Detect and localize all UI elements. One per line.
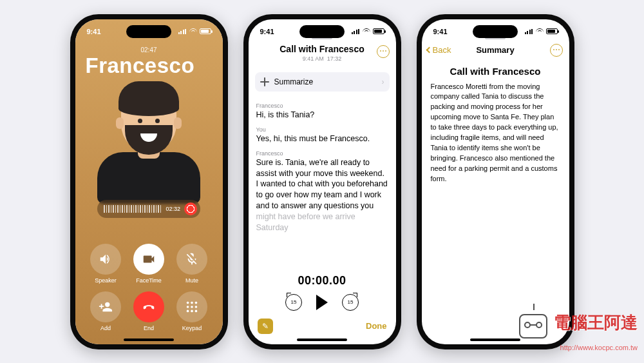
note-icon: ✎ xyxy=(262,322,269,331)
speaker-label: Francesco xyxy=(256,102,388,110)
skip-back-15-button[interactable]: 15 xyxy=(285,294,302,311)
svg-point-5 xyxy=(195,306,198,308)
battery-icon xyxy=(200,28,211,34)
add-label: Add xyxy=(100,325,111,331)
svg-point-8 xyxy=(195,309,198,312)
wifi-icon xyxy=(536,28,544,34)
transcript-line: Hi, is this Tania? xyxy=(256,110,388,121)
battery-icon xyxy=(373,28,384,34)
svg-point-7 xyxy=(191,309,193,312)
phone-transcript-screen: 9:41 Call with Francesco 9:41 AM 17:32 ⋯… xyxy=(243,14,401,349)
end-label: End xyxy=(144,325,154,331)
video-icon xyxy=(142,252,156,266)
speaker-label: Francesco xyxy=(256,150,388,157)
speaker-icon xyxy=(99,252,113,266)
keypad-button[interactable]: Keypad xyxy=(176,291,207,331)
sparkle-icon xyxy=(260,77,269,86)
status-time: 9:41 xyxy=(433,28,448,35)
svg-point-3 xyxy=(187,306,189,308)
playback-time: 00:00.00 xyxy=(298,274,346,288)
speaker-label: You xyxy=(256,126,388,133)
end-call-icon xyxy=(142,300,156,314)
home-indicator[interactable] xyxy=(297,338,347,341)
mute-button[interactable]: Mute xyxy=(176,244,207,284)
recording-pill[interactable]: 02:32 xyxy=(97,200,200,218)
dynamic-island xyxy=(473,25,518,38)
phone-call-screen: 9:41 02:47 Francesco 02:32 xyxy=(70,14,228,349)
summarize-label: Summarize xyxy=(274,77,314,86)
contact-name: Francesco xyxy=(86,55,213,76)
transcript-line: Sure is. Tania, we're all ready to assis… xyxy=(256,157,388,211)
svg-point-0 xyxy=(187,301,189,304)
back-button[interactable]: Back xyxy=(427,45,451,55)
speaker-button[interactable]: Speaker xyxy=(90,244,121,284)
dynamic-island xyxy=(126,25,171,38)
summary-title: Call with Francesco xyxy=(431,66,560,77)
signal-icon xyxy=(178,29,187,34)
svg-point-2 xyxy=(195,301,198,304)
facetime-label: FaceTime xyxy=(136,277,162,284)
phone-summary-screen: 9:41 Back Summary ⋯ Call with Francesco … xyxy=(417,14,574,349)
ellipsis-icon: ⋯ xyxy=(553,45,560,54)
end-call-button[interactable]: End xyxy=(133,291,164,331)
home-indicator[interactable] xyxy=(470,338,520,341)
contact-poster-memoji xyxy=(94,75,204,204)
recording-time: 02:32 xyxy=(166,206,180,212)
note-meta: 9:41 AM 17:32 xyxy=(256,55,388,62)
status-time: 9:41 xyxy=(87,28,101,35)
svg-point-1 xyxy=(191,301,193,304)
mute-icon xyxy=(185,252,199,266)
note-title: Call with Francesco xyxy=(256,44,388,54)
more-button[interactable]: ⋯ xyxy=(377,45,390,58)
play-button[interactable] xyxy=(316,295,328,310)
chevron-left-icon xyxy=(426,46,432,53)
skip-forward-15-button[interactable]: 15 xyxy=(342,294,359,311)
signal-icon xyxy=(352,29,360,34)
done-button[interactable]: Done xyxy=(366,321,387,331)
chevron-right-icon: › xyxy=(382,77,384,86)
wifi-icon xyxy=(189,28,197,34)
battery-icon xyxy=(546,28,558,34)
call-duration: 02:47 xyxy=(86,46,213,54)
notes-app-icon-button[interactable]: ✎ xyxy=(258,319,273,334)
add-call-button[interactable]: Add xyxy=(90,291,121,331)
home-indicator[interactable] xyxy=(124,338,174,341)
transcript-line-faded: might have before we arrive Saturday xyxy=(256,211,388,233)
record-button-icon[interactable] xyxy=(184,202,197,215)
dynamic-island xyxy=(299,25,345,38)
audio-player: 00:00.00 15 15 xyxy=(249,274,396,311)
status-time: 9:41 xyxy=(260,28,274,35)
wifi-icon xyxy=(363,28,370,34)
signal-icon xyxy=(525,29,533,34)
svg-point-4 xyxy=(191,306,193,308)
add-person-icon xyxy=(99,300,113,314)
keypad-icon xyxy=(185,300,199,314)
ellipsis-icon: ⋯ xyxy=(379,46,387,55)
back-label: Back xyxy=(433,45,451,55)
summary-text: Francesco Moretti from the moving compan… xyxy=(431,82,560,184)
more-button[interactable]: ⋯ xyxy=(550,44,563,57)
transcript-line: Yes, hi, this must be Francesco. xyxy=(256,133,388,144)
facetime-button[interactable]: FaceTime xyxy=(133,244,164,284)
mute-label: Mute xyxy=(185,277,198,284)
keypad-label: Keypad xyxy=(182,325,202,331)
svg-point-6 xyxy=(187,309,189,312)
speaker-label: Speaker xyxy=(95,277,117,284)
transcript-body[interactable]: Francesco Hi, is this Tania? You Yes, hi… xyxy=(256,97,388,233)
summarize-button[interactable]: Summarize › xyxy=(255,72,390,92)
waveform-icon xyxy=(104,205,162,213)
